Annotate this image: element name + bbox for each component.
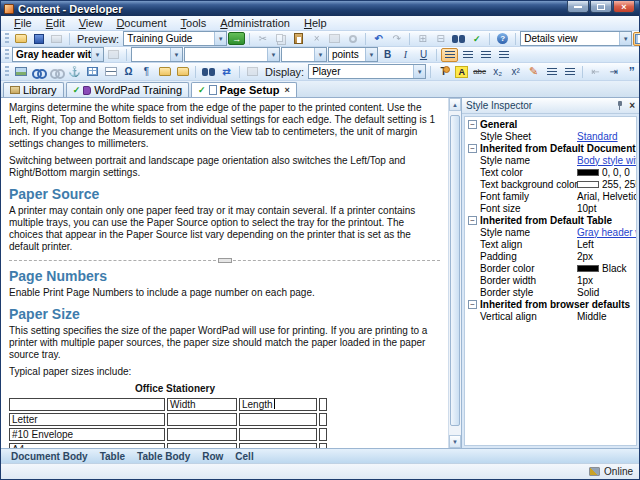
crumb-document-body[interactable]: Document Body: [11, 451, 88, 462]
style-sheet-link[interactable]: Standard: [577, 131, 618, 142]
table-cell[interactable]: #10 Envelope: [9, 428, 165, 441]
style-name-link[interactable]: Body style with 8 point m...: [577, 155, 637, 166]
open-button[interactable]: [12, 32, 29, 46]
tab-library[interactable]: Library: [3, 82, 64, 97]
scrollbar-thumb[interactable]: [450, 115, 460, 426]
maximize-button[interactable]: [590, 1, 612, 13]
view-mode-combo-arrow[interactable]: ▼: [619, 32, 631, 45]
undo-button[interactable]: ↶: [370, 32, 387, 46]
italic-button[interactable]: I: [397, 48, 414, 62]
insert-link-button[interactable]: [30, 65, 47, 79]
font-class-combo[interactable]: ▼: [131, 47, 183, 62]
tab-close-icon[interactable]: ×: [284, 85, 289, 95]
table-cell-width-header[interactable]: Width: [167, 398, 237, 411]
toolbar-grip[interactable]: [5, 66, 9, 77]
delete-button[interactable]: ×: [308, 32, 325, 46]
indent-button[interactable]: ⇥: [605, 65, 622, 79]
table-cell[interactable]: [167, 428, 237, 441]
menu-help[interactable]: Help: [297, 17, 334, 29]
preview-combo[interactable]: Training Guide ▼: [123, 31, 227, 46]
find-button[interactable]: [450, 32, 467, 46]
menu-tools[interactable]: Tools: [174, 17, 214, 29]
display-combo[interactable]: Player ▼: [308, 64, 426, 79]
redo-button[interactable]: ↷: [388, 32, 405, 46]
display-combo-arrow[interactable]: ▼: [413, 65, 425, 78]
close-button[interactable]: ×: [613, 1, 635, 13]
crumb-cell[interactable]: Cell: [235, 451, 253, 462]
save-button[interactable]: [30, 32, 47, 46]
scroll-up-button[interactable]: ▲: [449, 98, 461, 111]
collapse-section-icon[interactable]: −: [468, 144, 477, 153]
collapse-all-button[interactable]: ⊟: [432, 32, 449, 46]
table-cell[interactable]: Letter: [9, 413, 165, 426]
subscript-button[interactable]: x₂: [489, 65, 506, 79]
collapse-section-icon[interactable]: −: [468, 300, 477, 309]
blockquote-button[interactable]: ”: [623, 65, 640, 79]
find-in-page-button[interactable]: [200, 65, 217, 79]
strikethrough-button[interactable]: abc: [471, 65, 488, 79]
remove-link-button[interactable]: [48, 65, 65, 79]
format-eraser-button[interactable]: ✎: [525, 65, 542, 79]
align-center-button[interactable]: [459, 48, 476, 62]
scroll-down-button[interactable]: ▼: [449, 435, 461, 448]
zoom-button[interactable]: [344, 32, 361, 46]
style-combo[interactable]: Gray header with... ▼: [12, 47, 104, 62]
font-class-combo-arrow[interactable]: ▼: [170, 48, 182, 61]
align-justify-button[interactable]: [495, 48, 512, 62]
tab-page-setup[interactable]: ✓ Page Setup ×: [191, 82, 297, 97]
collapse-section-icon[interactable]: −: [468, 216, 477, 225]
outdent-button[interactable]: ⇤: [587, 65, 604, 79]
collapse-section-icon[interactable]: −: [468, 120, 477, 129]
font-family-combo-arrow[interactable]: ▼: [267, 48, 279, 61]
expand-all-button[interactable]: ⊞: [414, 32, 431, 46]
crumb-row[interactable]: Row: [202, 451, 223, 462]
align-right-button[interactable]: [477, 48, 494, 62]
replace-button[interactable]: ⇄: [218, 65, 235, 79]
style-combo-arrow[interactable]: ▼: [91, 48, 103, 61]
special-character-button[interactable]: Ω: [120, 65, 137, 79]
page-break-grip-icon[interactable]: [218, 258, 232, 263]
section-document-body[interactable]: − Inherited from Default Document Body: [465, 142, 636, 154]
text-color-button[interactable]: T: [435, 65, 452, 79]
section-browser-defaults[interactable]: − Inherited from browser defaults: [465, 298, 636, 310]
highlight-color-button[interactable]: A: [453, 65, 470, 79]
section-default-table[interactable]: − Inherited from Default Table: [465, 214, 636, 226]
underline-button[interactable]: U: [415, 48, 432, 62]
units-combo[interactable]: points ▼: [328, 47, 378, 62]
insert-image-button[interactable]: [12, 65, 29, 79]
table-cell[interactable]: [319, 413, 327, 426]
pin-icon[interactable]: [615, 100, 625, 111]
table-cell[interactable]: [239, 413, 317, 426]
menu-view[interactable]: View: [72, 17, 110, 29]
bullet-list-button[interactable]: [561, 65, 578, 79]
table-cell[interactable]: [167, 413, 237, 426]
align-left-button[interactable]: [441, 48, 458, 62]
copy-button[interactable]: [272, 32, 289, 46]
tab-wordpad-training[interactable]: ✓ WordPad Training: [66, 82, 189, 97]
menu-administration[interactable]: Administration: [213, 17, 297, 29]
menu-edit[interactable]: Edit: [39, 17, 72, 29]
cut-button[interactable]: ✂: [254, 32, 271, 46]
paste-button[interactable]: [290, 32, 307, 46]
toolbar-grip[interactable]: [5, 33, 9, 44]
bold-button[interactable]: B: [379, 48, 396, 62]
paste-special-button[interactable]: [326, 32, 343, 46]
table-cell[interactable]: [239, 428, 317, 441]
paragraph-marks-button[interactable]: ¶: [138, 65, 155, 79]
section-general[interactable]: − General: [465, 118, 636, 130]
units-combo-arrow[interactable]: ▼: [365, 48, 377, 61]
superscript-button[interactable]: x²: [507, 65, 524, 79]
help-button[interactable]: ?: [494, 32, 511, 46]
print-button[interactable]: [48, 32, 65, 46]
minimize-button[interactable]: [567, 1, 589, 13]
table-cell[interactable]: [319, 428, 327, 441]
table-style-name-link[interactable]: Gray header with border ...: [577, 227, 637, 238]
font-size-combo[interactable]: ▼: [281, 47, 327, 62]
crumb-table[interactable]: Table: [100, 451, 125, 462]
editor-scrollbar[interactable]: ▲ ▼: [448, 98, 461, 448]
crumb-table-body[interactable]: Table Body: [137, 451, 190, 462]
insert-anchor-button[interactable]: ⚓: [66, 65, 83, 79]
editor-canvas[interactable]: Margins determine the white space from t…: [1, 98, 448, 448]
insert-template-button[interactable]: [174, 65, 191, 79]
font-family-combo[interactable]: ▼: [184, 47, 280, 62]
